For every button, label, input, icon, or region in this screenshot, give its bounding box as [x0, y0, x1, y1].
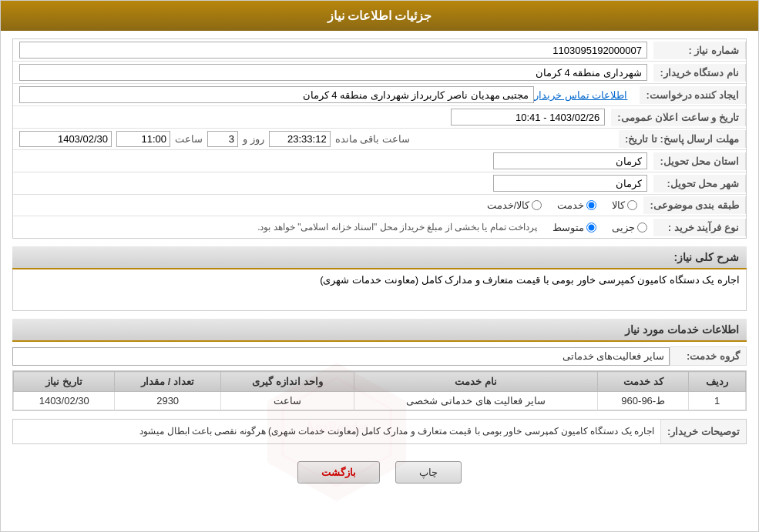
- contact-link[interactable]: اطلاعات تماس خریدار: [534, 89, 627, 101]
- creator-row: ایجاد کننده درخواست: اطلاعات تماس خریدار: [13, 84, 746, 106]
- col-service-name: نام خدمت: [354, 372, 598, 392]
- province-label: استان محل تحویل:: [653, 152, 746, 170]
- announcement-datetime-row: تاریخ و ساعت اعلان عمومی:: [13, 106, 746, 129]
- description-section: شرح کلی نیاز:: [12, 246, 747, 311]
- buyer-notes-content: AnaRender اجاره یک دستگاه کامیون کمپرسی …: [13, 420, 660, 443]
- remaining-label: ساعت باقی مانده: [335, 133, 410, 145]
- deadline-value: ساعت باقی مانده روز و ساعت: [13, 129, 619, 149]
- purchase-type-label: نوع فرآیند خرید :: [653, 219, 746, 236]
- category-kala-radio[interactable]: کالا: [612, 199, 637, 211]
- announcement-datetime-input[interactable]: [451, 109, 605, 125]
- services-table-wrapper: ردیف کد خدمت نام خدمت واحد اندازه گیری ت…: [12, 370, 747, 411]
- buttons-row: چاپ بازگشت: [12, 453, 747, 495]
- category-value: کالا خدمت کالا/خدمت: [13, 197, 643, 213]
- request-number-row: شماره نیاز :: [13, 39, 746, 62]
- org-name-row: نام دستگاه خریدار:: [13, 62, 746, 84]
- province-value: [13, 150, 653, 172]
- category-kala-khedmat-radio[interactable]: کالا/خدمت: [487, 199, 542, 211]
- col-service-code: کد خدمت: [598, 372, 689, 392]
- category-khedmat-radio[interactable]: خدمت: [557, 199, 596, 211]
- city-input[interactable]: [493, 175, 647, 192]
- page-header: جزئیات اطلاعات نیاز: [1, 1, 758, 31]
- creator-input[interactable]: [19, 86, 534, 103]
- time-input[interactable]: [116, 131, 170, 147]
- city-row: شهر محل تحویل:: [13, 172, 746, 195]
- deadline-row: مهلت ارسال پاسخ: تا تاریخ: ساعت باقی مان…: [13, 129, 746, 150]
- description-header: شرح کلی نیاز:: [12, 246, 747, 269]
- city-value: [13, 172, 653, 194]
- org-name-value: [13, 62, 653, 83]
- days-label: روز و: [243, 133, 264, 145]
- purchase-type-motevasset-radio[interactable]: متوسط: [552, 222, 596, 233]
- services-section: اطلاعات خدمات مورد نیاز گروه خدمت: سایر …: [12, 319, 747, 411]
- announcement-datetime-value: [13, 106, 611, 128]
- description-textarea[interactable]: [13, 269, 746, 308]
- buyer-notes-label: توصیحات خریدار:: [660, 420, 746, 443]
- purchase-type-row: نوع فرآیند خرید : جزیی متوسط: [13, 216, 746, 238]
- deadline-label: مهلت ارسال پاسخ: تا تاریخ:: [619, 130, 746, 148]
- purchase-type-jozi-radio[interactable]: جزیی: [612, 222, 647, 233]
- header-title: جزئیات اطلاعات نیاز: [327, 9, 432, 22]
- creator-value: اطلاعات تماس خریدار: [13, 84, 640, 105]
- buyer-notes-text: اجاره یک دستگاه کامیون کمپرسی خاور بومی …: [139, 426, 654, 437]
- table-row: 1ط-96-960سایر فعالیت های خدماتی شخصیساعت…: [14, 392, 746, 410]
- service-group-label: گروه خدمت:: [670, 346, 747, 366]
- remaining-input[interactable]: [269, 131, 331, 147]
- time-label: ساعت: [175, 133, 203, 145]
- col-need-date: تاریخ نیاز: [14, 372, 115, 392]
- date-input[interactable]: [19, 131, 112, 147]
- purchase-type-value: جزیی متوسط پرداخت تمام یا بخشی از مبلغ خ…: [13, 219, 653, 236]
- request-number-value: [13, 39, 653, 61]
- province-input[interactable]: [493, 152, 647, 169]
- buyer-notes-section: توصیحات خریدار: AnaRender اجاره یک دستگا…: [12, 419, 747, 444]
- service-group-row: گروه خدمت: سایر فعالیت‌های خدماتی: [12, 346, 747, 366]
- col-row-num: ردیف: [689, 372, 746, 392]
- services-section-header: اطلاعات خدمات مورد نیاز: [12, 319, 747, 342]
- service-group-value: سایر فعالیت‌های خدماتی: [12, 347, 670, 366]
- category-row: طبقه بندی موضوعی: کالا خدمت: [13, 195, 746, 216]
- col-quantity: تعداد / مقدار: [115, 372, 220, 392]
- description-section-title: شرح کلی نیاز:: [674, 251, 739, 263]
- province-row: استان محل تحویل:: [13, 150, 746, 172]
- org-name-input[interactable]: [19, 64, 647, 81]
- request-number-label: شماره نیاز :: [653, 42, 746, 59]
- org-name-label: نام دستگاه خریدار:: [653, 64, 746, 82]
- print-button[interactable]: چاپ: [395, 461, 462, 483]
- back-button[interactable]: بازگشت: [297, 461, 380, 483]
- request-number-input[interactable]: [19, 42, 647, 59]
- days-input[interactable]: [207, 131, 238, 147]
- purchase-type-note: پرداخت تمام یا بخشی از مبلغ خریداز محل "…: [257, 222, 537, 233]
- services-table: ردیف کد خدمت نام خدمت واحد اندازه گیری ت…: [13, 371, 746, 410]
- creator-label: ایجاد کننده درخواست:: [640, 86, 746, 104]
- announcement-datetime-label: تاریخ و ساعت اعلان عمومی:: [611, 109, 746, 126]
- category-label: طبقه بندی موضوعی:: [643, 196, 746, 214]
- city-label: شهر محل تحویل:: [653, 175, 746, 192]
- main-form: شماره نیاز : نام دستگاه خریدار: ایجاد کن…: [12, 38, 747, 239]
- col-unit: واحد اندازه گیری: [220, 372, 354, 392]
